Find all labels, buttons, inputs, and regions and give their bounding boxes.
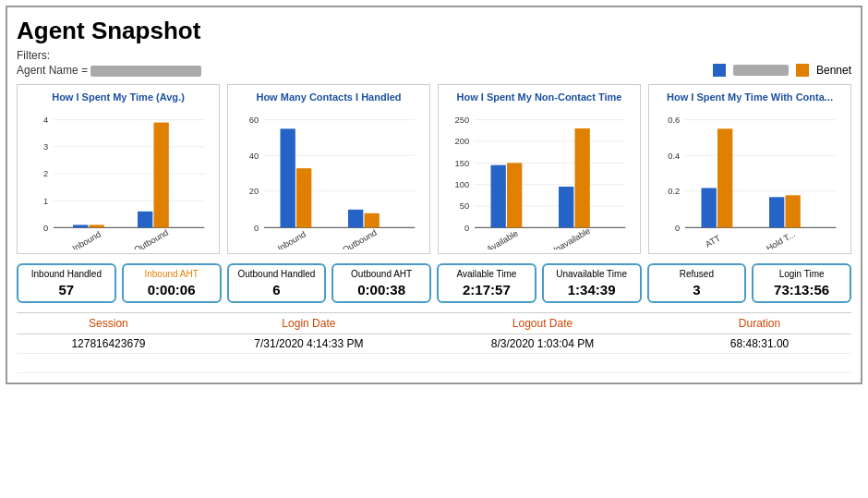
svg-rect-12 xyxy=(90,225,104,228)
svg-text:Outbound: Outbound xyxy=(341,228,378,249)
table-row: 127816423679 7/31/2020 4:14:33 PM 8/3/20… xyxy=(17,334,851,353)
agent-name-redacted xyxy=(90,66,201,77)
chart-time-with-contact: How I Spent My Time With Conta... 0.6 0.… xyxy=(648,84,851,254)
svg-rect-57 xyxy=(702,188,717,228)
svg-text:Unavailable: Unavailable xyxy=(549,226,592,249)
svg-text:ATT: ATT xyxy=(704,234,722,249)
stat-refused: Refused 3 xyxy=(647,263,747,303)
agent-name-filter: Agent Name = xyxy=(17,64,201,77)
stat-login-time: Login Time 73:13:56 xyxy=(752,263,851,303)
svg-text:150: 150 xyxy=(455,159,470,168)
table-cell-session: 127816423679 xyxy=(17,334,200,353)
table-header-duration: Duration xyxy=(668,312,851,334)
svg-rect-46 xyxy=(574,128,589,227)
stat-refused-value: 3 xyxy=(693,282,700,298)
svg-text:Available: Available xyxy=(485,229,520,249)
table-cell-logout-date: 8/3/2020 1:03:04 PM xyxy=(417,334,668,353)
svg-rect-44 xyxy=(507,164,522,228)
svg-text:0: 0 xyxy=(464,224,469,233)
svg-rect-14 xyxy=(153,123,168,228)
svg-text:4: 4 xyxy=(43,115,48,125)
stat-inbound-handled: Inbound Handled 57 xyxy=(17,263,116,303)
svg-text:0.4: 0.4 xyxy=(668,152,680,161)
svg-rect-26 xyxy=(296,168,311,227)
table-cell-login-date: 7/31/2020 4:14:33 PM xyxy=(200,334,417,353)
svg-text:0: 0 xyxy=(43,224,48,233)
svg-rect-11 xyxy=(73,225,88,228)
svg-text:50: 50 xyxy=(460,202,469,212)
stat-available-time: Available Time 2:17:57 xyxy=(437,263,536,303)
chart-contacts-handled-svg: 60 40 20 0 Inbound Outbound xyxy=(232,109,426,249)
stat-inbound-handled-value: 57 xyxy=(59,282,75,298)
legend-blue-box xyxy=(713,64,726,77)
stats-row: Inbound Handled 57 Inbound AHT 0:00:06 O… xyxy=(17,263,851,303)
filters-label: Filters: xyxy=(17,49,851,62)
stat-outbound-aht-value: 0:00:38 xyxy=(357,282,405,298)
chart-time-spent-title: How I Spent My Time (Avg.) xyxy=(21,91,215,103)
stat-outbound-handled-value: 6 xyxy=(272,282,280,298)
stat-inbound-aht: Inbound AHT 0:00:06 xyxy=(122,263,222,303)
chart-time-spent-svg: 4 3 2 1 0 Inbound Outbound xyxy=(21,109,215,249)
table-cell-logout-date xyxy=(417,353,668,372)
svg-text:20: 20 xyxy=(249,187,259,196)
stat-login-time-label: Login Time xyxy=(779,269,825,280)
svg-text:0: 0 xyxy=(675,224,680,233)
stat-inbound-handled-label: Inbound Handled xyxy=(31,269,102,280)
chart-contacts-handled-title: How Many Contacts I Handled xyxy=(232,91,426,103)
svg-text:0.2: 0.2 xyxy=(668,187,680,196)
stat-outbound-handled: Outbound Handled 6 xyxy=(227,263,327,303)
session-table: Session Login Date Logout Date Duration … xyxy=(17,312,851,373)
svg-text:60: 60 xyxy=(249,115,259,125)
svg-text:Inbound: Inbound xyxy=(71,230,102,249)
svg-rect-45 xyxy=(559,187,573,227)
stat-login-time-value: 73:13:56 xyxy=(774,282,829,298)
table-header-session: Session xyxy=(17,312,200,334)
stat-unavailable-time: Unavailable Time 1:34:39 xyxy=(542,263,642,303)
stat-available-time-value: 2:17:57 xyxy=(463,282,511,298)
stat-unavailable-time-value: 1:34:39 xyxy=(568,282,616,298)
table-cell-duration xyxy=(668,353,851,372)
svg-text:40: 40 xyxy=(249,152,259,161)
svg-text:2: 2 xyxy=(43,170,48,179)
svg-text:Outbound: Outbound xyxy=(133,228,170,249)
legend-blue-label xyxy=(733,65,789,76)
stat-unavailable-time-label: Unavailable Time xyxy=(556,269,627,280)
table-cell-duration: 68:48:31.00 xyxy=(668,334,851,353)
svg-rect-43 xyxy=(491,165,506,228)
svg-rect-28 xyxy=(364,213,379,228)
chart-non-contact-time-svg: 250 200 150 100 50 0 Available Unavailab… xyxy=(442,109,636,249)
svg-rect-58 xyxy=(717,129,732,228)
chart-time-with-contact-svg: 0.6 0.4 0.2 0 ATT Hold T... xyxy=(653,109,847,249)
chart-non-contact-time-title: How I Spent My Non-Contact Time xyxy=(442,91,636,103)
svg-rect-59 xyxy=(769,198,784,228)
chart-contacts-handled: How Many Contacts I Handled 60 40 20 0 I… xyxy=(227,84,430,254)
table-header-login-date: Login Date xyxy=(200,312,417,334)
svg-text:0.6: 0.6 xyxy=(668,115,680,125)
svg-text:1: 1 xyxy=(43,197,48,206)
stat-inbound-aht-label: Inbound AHT xyxy=(144,269,198,280)
svg-text:Inbound: Inbound xyxy=(276,230,307,249)
stat-outbound-aht-label: Outbound AHT xyxy=(351,269,412,280)
svg-rect-25 xyxy=(281,129,295,228)
svg-text:3: 3 xyxy=(43,143,48,152)
svg-rect-60 xyxy=(785,196,800,228)
table-row xyxy=(17,353,851,372)
chart-legend: Bennet xyxy=(713,64,851,77)
stat-outbound-aht: Outbound AHT 0:00:38 xyxy=(332,263,431,303)
legend-orange-label: Bennet xyxy=(816,64,851,77)
svg-text:250: 250 xyxy=(455,115,470,125)
stat-inbound-aht-value: 0:00:06 xyxy=(148,282,196,298)
stat-available-time-label: Available Time xyxy=(456,269,516,280)
svg-rect-13 xyxy=(138,212,152,227)
chart-non-contact-time: How I Spent My Non-Contact Time 250 200 … xyxy=(438,84,641,254)
stat-outbound-handled-label: Outbound Handled xyxy=(237,269,315,280)
svg-text:0: 0 xyxy=(254,224,259,233)
stat-refused-label: Refused xyxy=(680,269,714,280)
table-cell-session xyxy=(17,353,200,372)
table-header-logout-date: Logout Date xyxy=(417,312,668,334)
svg-rect-27 xyxy=(348,210,363,227)
charts-row: How I Spent My Time (Avg.) 4 3 2 1 0 xyxy=(17,84,851,254)
chart-time-spent: How I Spent My Time (Avg.) 4 3 2 1 0 xyxy=(17,84,220,254)
chart-time-with-contact-title: How I Spent My Time With Conta... xyxy=(653,91,847,103)
page-title: Agent Snapshot xyxy=(17,17,851,45)
